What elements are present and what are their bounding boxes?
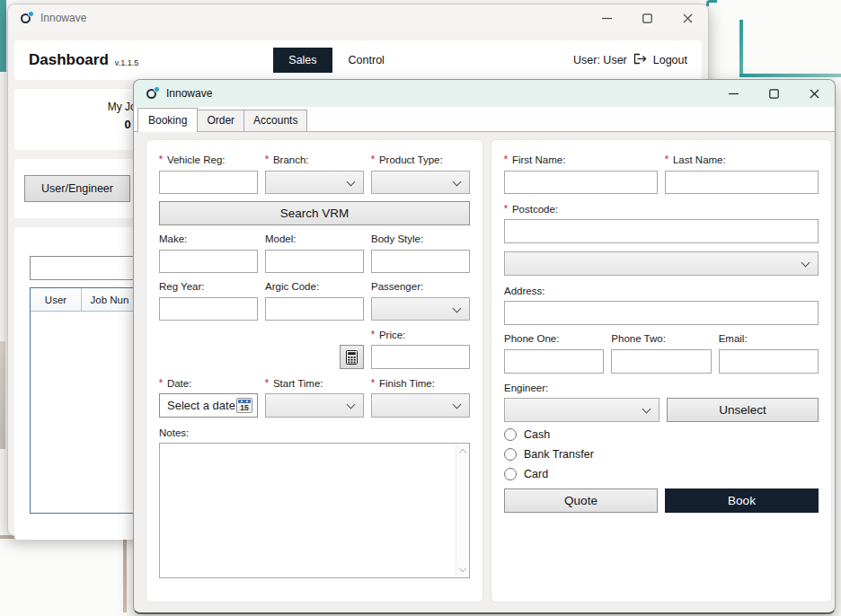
vehicle-reg-input[interactable] <box>159 171 258 194</box>
required-icon: * <box>665 155 668 164</box>
innowave-logo-icon <box>21 13 32 24</box>
address-lookup-select[interactable] <box>504 251 819 276</box>
address-input[interactable] <box>504 301 819 325</box>
required-icon: * <box>371 155 375 164</box>
scroll-down-icon[interactable] <box>459 565 466 572</box>
postcode-input[interactable] <box>504 219 819 243</box>
notes-scrollbar[interactable] <box>456 444 469 577</box>
product-type-label: Product Type: <box>379 154 443 165</box>
vehicle-reg-label: Vehicle Reg: <box>167 154 226 165</box>
product-type-select[interactable] <box>371 171 470 194</box>
make-label: Make: <box>159 233 187 244</box>
passenger-select[interactable] <box>371 297 470 321</box>
address-label: Address: <box>504 286 544 296</box>
reg-year-label: Reg Year: <box>159 281 205 292</box>
model-input[interactable] <box>265 250 364 273</box>
book-button[interactable]: Book <box>665 488 819 513</box>
first-name-input[interactable] <box>504 171 658 194</box>
phone-one-input[interactable] <box>504 349 604 374</box>
required-icon: * <box>159 155 163 164</box>
finish-time-label: Finish Time: <box>379 378 435 389</box>
price-label: Price: <box>379 330 405 340</box>
booking-titlebar: Innowave <box>134 80 835 107</box>
customer-form-card: *First Name: *Last Name: *Postcode: Addr… <box>491 139 832 603</box>
required-icon: * <box>504 205 508 214</box>
notes-textarea[interactable] <box>159 443 470 578</box>
model-label: Model: <box>265 233 297 244</box>
make-input[interactable] <box>159 250 258 273</box>
date-placeholder: Select a date <box>167 399 235 412</box>
required-icon: * <box>371 330 375 339</box>
search-vrm-button[interactable]: Search VRM <box>159 201 470 225</box>
last-name-label: Last Name: <box>673 154 726 165</box>
unselect-button[interactable]: Unselect <box>667 398 819 422</box>
start-time-label: Start Time: <box>273 378 323 389</box>
postcode-label: Postcode: <box>512 204 558 215</box>
phone-two-input[interactable] <box>611 349 711 374</box>
branch-select[interactable] <box>265 171 364 194</box>
close-icon[interactable] <box>794 80 835 107</box>
logout-button[interactable]: Logout <box>653 54 687 66</box>
dashboard-titlebar: Innowave <box>8 4 708 31</box>
price-input[interactable] <box>371 345 470 369</box>
argic-code-label: Argic Code: <box>265 281 319 292</box>
email-input[interactable] <box>719 349 819 374</box>
date-label: Date: <box>167 378 192 389</box>
required-icon: * <box>371 379 375 388</box>
body-style-input[interactable] <box>371 250 470 273</box>
dashboard-header: Dashboard v.1.1.5 Sales Control User: Us… <box>14 40 702 80</box>
column-header-job-num[interactable]: Job Nun <box>82 288 138 311</box>
date-picker[interactable]: Select a date 15 <box>159 393 258 418</box>
radio-icon[interactable] <box>504 448 517 461</box>
last-name-input[interactable] <box>665 171 819 194</box>
maximize-icon[interactable] <box>754 80 794 107</box>
reg-year-input[interactable] <box>159 297 258 321</box>
required-icon: * <box>504 155 508 164</box>
engineer-label: Engineer: <box>504 383 548 393</box>
branch-label: Branch: <box>273 154 309 165</box>
engineer-select[interactable] <box>504 398 660 422</box>
payment-option-cash[interactable]: Cash <box>504 427 819 442</box>
minimize-icon[interactable] <box>713 80 754 107</box>
payment-option-card[interactable]: Card <box>504 467 819 481</box>
scroll-up-icon[interactable] <box>459 449 466 456</box>
argic-code-input[interactable] <box>265 297 364 321</box>
calendar-icon[interactable]: 15 <box>236 398 252 413</box>
start-time-select[interactable] <box>265 393 364 418</box>
email-label: Email: <box>719 333 748 344</box>
phone-two-label: Phone Two: <box>611 333 666 344</box>
required-icon: * <box>159 379 163 388</box>
required-icon: * <box>265 155 269 164</box>
desktop-artifact <box>0 341 5 449</box>
booking-window: Innowave Booking Order Accounts *Vehicle… <box>133 79 836 614</box>
quote-button[interactable]: Quote <box>504 488 658 513</box>
minimize-icon[interactable] <box>587 4 627 31</box>
body-style-label: Body Style: <box>371 233 423 244</box>
tab-booking[interactable]: Booking <box>137 108 198 132</box>
radio-icon[interactable] <box>504 468 517 480</box>
nav-sales-button[interactable]: Sales <box>273 48 332 73</box>
vehicle-form-card: *Vehicle Reg: *Branch: *Product Type: Se… <box>146 139 483 603</box>
desktop-artifact <box>0 0 6 72</box>
passenger-label: Passenger: <box>371 281 423 292</box>
finish-time-select[interactable] <box>371 393 470 418</box>
tab-order[interactable]: Order <box>197 110 244 131</box>
close-icon[interactable] <box>668 4 708 31</box>
payment-option-bank-transfer[interactable]: Bank Transfer <box>504 447 819 462</box>
first-name-label: First Name: <box>512 154 565 165</box>
user-engineer-button[interactable]: User/Engineer <box>24 175 130 202</box>
window-title: Innowave <box>166 87 212 100</box>
required-icon: * <box>265 379 269 388</box>
calculator-button[interactable] <box>340 345 364 369</box>
tab-accounts[interactable]: Accounts <box>243 110 307 131</box>
desktop-artifact <box>739 74 841 77</box>
tab-bar: Booking Order Accounts <box>134 107 835 132</box>
innowave-logo-icon <box>146 88 158 100</box>
radio-icon[interactable] <box>504 428 517 441</box>
column-header-user[interactable]: User <box>31 288 82 311</box>
maximize-icon[interactable] <box>627 4 668 31</box>
notes-label: Notes: <box>159 427 189 438</box>
nav-control-button[interactable]: Control <box>349 54 385 66</box>
logout-icon <box>633 53 647 67</box>
desktop-artifact <box>739 20 743 75</box>
